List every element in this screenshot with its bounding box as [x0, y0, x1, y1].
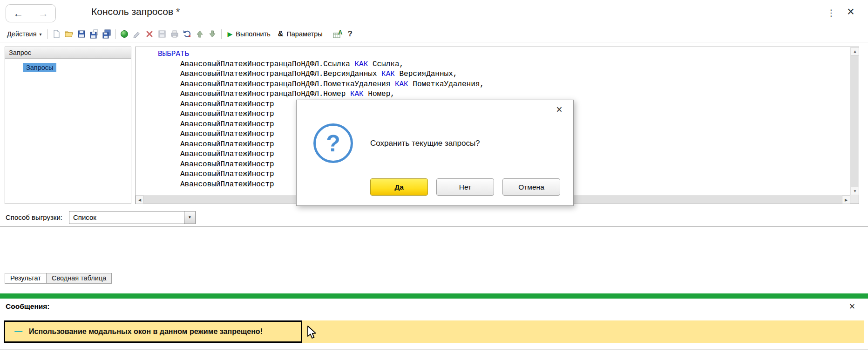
- back-button[interactable]: ←: [6, 5, 31, 22]
- print-button[interactable]: [169, 28, 181, 40]
- bottom-divider: [0, 349, 868, 350]
- folder-open-icon: [64, 29, 74, 39]
- code-line: АвансовыйПлатежИностранцаПоНДФЛ.ВерсияДа…: [158, 69, 850, 80]
- back-icon: ←: [14, 7, 24, 20]
- actions-menu-button[interactable]: Действия ▾: [4, 29, 45, 39]
- ampersand-icon: &: [278, 30, 284, 38]
- scroll-up-icon: ▲: [853, 49, 857, 54]
- query-console-window: ← → Консоль запросов * ⋮ × Действия ▾: [0, 0, 868, 354]
- close-icon: ×: [847, 5, 854, 19]
- floppy-all-icon: [102, 29, 112, 39]
- printer-icon: [170, 29, 180, 39]
- new-query-button[interactable]: [50, 28, 63, 40]
- save-as-button[interactable]: [88, 28, 101, 40]
- export-method-value[interactable]: Список: [69, 211, 184, 224]
- toolbar: Действия ▾: [0, 26, 868, 42]
- cancel-button[interactable]: Отмена: [502, 178, 560, 196]
- message-row[interactable]: — Использование модальных окон в данном …: [4, 320, 864, 343]
- scroll-down-icon: ▼: [853, 189, 857, 193]
- tab-result[interactable]: Результат: [5, 273, 47, 284]
- dialog-close-button[interactable]: ×: [553, 103, 566, 116]
- messages-close-button[interactable]: ×: [846, 300, 859, 313]
- open-button[interactable]: [63, 28, 75, 40]
- pencil-icon: [132, 29, 142, 39]
- svg-text:А: А: [338, 29, 343, 36]
- actions-label: Действия: [7, 30, 37, 38]
- scroll-right-icon: ▶: [845, 198, 848, 202]
- query-builder-button[interactable]: А: [332, 28, 344, 40]
- chevron-down-icon: ▾: [40, 32, 42, 37]
- kebab-icon: ⋮: [827, 8, 836, 18]
- tree-item-queries[interactable]: Запросы: [23, 63, 56, 72]
- window-close-button[interactable]: ×: [844, 4, 858, 20]
- play-icon: ▶: [228, 30, 233, 38]
- scroll-right-button[interactable]: ▶: [842, 196, 850, 204]
- run-label: Выполнить: [236, 30, 270, 38]
- titlebar: ← → Консоль запросов * ⋮ ×: [0, 0, 868, 26]
- result-tabs: Результат Сводная таблица: [5, 273, 112, 284]
- arrow-up-icon: [195, 29, 205, 39]
- scrollbar-corner: [850, 195, 859, 204]
- question-glyph: ?: [326, 130, 340, 157]
- code-line: ВЫБРАТЬ: [158, 49, 850, 60]
- toolbar-separator: [329, 29, 329, 39]
- section-divider: [0, 226, 868, 227]
- save-result-button[interactable]: [156, 28, 169, 40]
- toolbar-separator: [221, 29, 222, 39]
- kebab-menu-button[interactable]: ⋮: [825, 6, 837, 20]
- combobox-dropdown-button[interactable]: ▼: [184, 211, 195, 224]
- code-line: АвансовыйПлатежИностранцаПоНДФЛ.Номер КА…: [158, 89, 850, 100]
- yes-button[interactable]: Да: [370, 178, 428, 196]
- toolbar-separator: [115, 29, 116, 39]
- messages-close-icon: ×: [849, 300, 855, 312]
- save-button[interactable]: [75, 28, 88, 40]
- add-button[interactable]: [118, 28, 131, 40]
- delete-button[interactable]: [143, 28, 156, 40]
- red-cross-icon: [144, 29, 155, 39]
- forward-button[interactable]: →: [31, 5, 55, 22]
- dialog-message: Сохранить текущие запросы?: [370, 139, 480, 148]
- edit-button[interactable]: [131, 28, 143, 40]
- messages-header: Сообщения:: [6, 302, 50, 311]
- question-icon: ?: [313, 123, 353, 163]
- undo-button[interactable]: [181, 28, 194, 40]
- parameters-button[interactable]: & Параметры: [274, 29, 326, 39]
- help-button[interactable]: ?: [344, 28, 356, 40]
- query-tree-panel: Запрос Запросы: [5, 47, 131, 204]
- floppy-icon: [76, 29, 87, 39]
- toolbar-separator: [47, 29, 48, 39]
- message-text: Использование модальных окон в данном ре…: [29, 327, 263, 336]
- new-document-icon: [51, 29, 61, 39]
- dialog-buttons: Да Нет Отмена: [370, 178, 560, 196]
- move-down-button[interactable]: [206, 28, 219, 40]
- table-letter-icon: А: [332, 29, 343, 39]
- scroll-up-button[interactable]: ▲: [851, 47, 859, 55]
- tab-pivot-table[interactable]: Сводная таблица: [47, 273, 112, 284]
- nav-buttons: ← →: [6, 4, 56, 22]
- forward-icon: →: [38, 7, 48, 20]
- move-up-button[interactable]: [194, 28, 206, 40]
- save-all-button[interactable]: [101, 28, 113, 40]
- no-button[interactable]: Нет: [436, 178, 494, 196]
- message-dash-icon: —: [14, 327, 22, 336]
- floppy-copy-icon: [89, 29, 99, 39]
- export-method-label: Способ выгрузки:: [6, 213, 62, 221]
- mouse-cursor: [306, 326, 319, 341]
- parameters-label: Параметры: [286, 30, 322, 38]
- code-line: АвансовыйПлатежИностранцаПоНДФЛ.Ссылка К…: [158, 60, 850, 70]
- combo-caret-icon: ▼: [188, 215, 191, 219]
- vertical-scrollbar-thumb[interactable]: [851, 55, 858, 187]
- progress-bar: [0, 293, 868, 299]
- dialog-close-icon: ×: [556, 103, 562, 116]
- message-item[interactable]: — Использование модальных окон в данном …: [4, 320, 302, 343]
- save-confirmation-dialog: × ? Сохранить текущие запросы? Да Нет От…: [296, 100, 574, 206]
- run-button[interactable]: ▶ Выполнить: [224, 29, 274, 39]
- code-line: АвансовыйПлатежИностранцаПоНДФЛ.ПометкаУ…: [158, 80, 850, 90]
- export-row: Способ выгрузки: Список ▼: [6, 211, 196, 224]
- vertical-scrollbar[interactable]: ▲ ▼: [850, 47, 859, 195]
- scroll-down-button[interactable]: ▼: [851, 187, 859, 195]
- scroll-left-button[interactable]: ◀: [136, 196, 144, 204]
- help-icon: ?: [347, 29, 352, 38]
- query-panel-header: Запрос: [5, 47, 131, 59]
- export-method-combobox[interactable]: Список ▼: [69, 211, 196, 224]
